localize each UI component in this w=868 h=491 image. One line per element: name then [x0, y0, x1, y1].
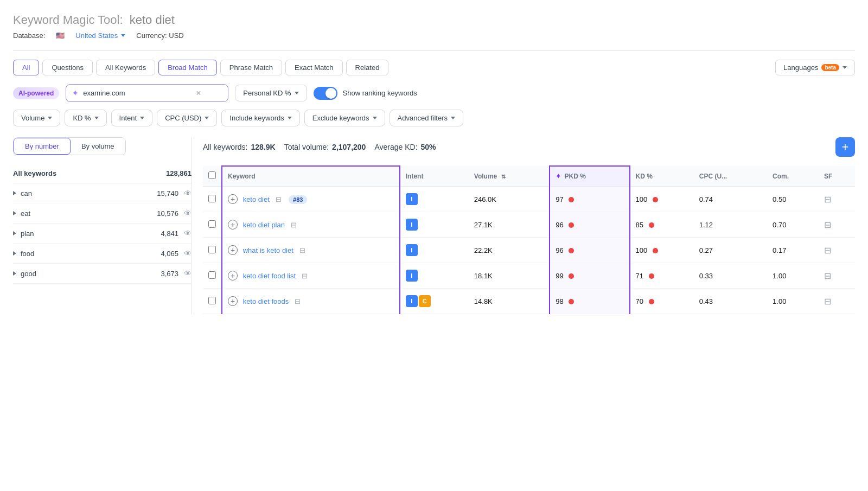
td-intent: I: [400, 212, 469, 238]
ai-search-input[interactable]: [83, 89, 192, 97]
sf-icon[interactable]: ⊟: [824, 297, 831, 306]
pkd-value: 98: [556, 297, 563, 305]
add-button[interactable]: +: [835, 137, 855, 157]
select-all-checkbox[interactable]: [208, 171, 216, 179]
keyword-link[interactable]: keto diet food list: [243, 272, 296, 280]
row-checkbox[interactable]: [208, 271, 216, 279]
personal-kd-dropdown[interactable]: Personal KD %: [235, 85, 307, 101]
intent-badge-i: I: [406, 219, 418, 231]
by-volume-tab[interactable]: By volume: [71, 138, 125, 155]
sf-icon[interactable]: ⊟: [824, 271, 831, 280]
sidebar-item[interactable]: can 15,740 👁: [13, 183, 192, 203]
sidebar-count: 4,065: [161, 250, 178, 258]
volume-filter[interactable]: Volume: [13, 110, 60, 126]
page-icon[interactable]: ⊟: [293, 296, 303, 306]
advanced-filters[interactable]: Advanced filters: [390, 110, 464, 126]
chevron-right-icon: [13, 211, 16, 215]
sidebar-count: 3,673: [161, 270, 178, 278]
td-volume: 18.1K: [469, 263, 550, 289]
chevron-down-icon: [373, 117, 377, 119]
add-keyword-icon[interactable]: +: [228, 220, 238, 229]
eye-icon[interactable]: 👁: [184, 229, 192, 238]
show-ranking-toggle-wrap: Show ranking keywords: [314, 87, 417, 100]
td-checkbox: [203, 289, 222, 314]
tab-all[interactable]: All: [13, 60, 39, 75]
sidebar-keyword: eat: [21, 209, 157, 218]
volume-value: 22.2K: [474, 246, 493, 254]
keyword-link[interactable]: keto diet: [243, 195, 270, 203]
sidebar-all-keywords-label: All keywords: [13, 169, 56, 177]
red-dot-icon: [649, 222, 654, 228]
td-cpc: 0.33: [694, 263, 767, 289]
td-sf: ⊟: [819, 238, 855, 263]
sparkle-icon: ✦: [556, 173, 561, 180]
personal-kd-label: Personal KD %: [243, 89, 291, 97]
row-checkbox[interactable]: [208, 297, 216, 304]
add-keyword-icon[interactable]: +: [228, 194, 238, 204]
eye-icon[interactable]: 👁: [184, 209, 192, 218]
tab-phrase-match[interactable]: Phrase Match: [220, 60, 282, 75]
beta-badge: beta: [821, 64, 839, 71]
td-pkd: 96: [550, 212, 629, 238]
cpc-filter[interactable]: CPC (USD): [157, 110, 217, 126]
th-volume[interactable]: Volume ⇅: [469, 166, 550, 187]
exclude-keywords-filter[interactable]: Exclude keywords: [304, 110, 385, 126]
tab-all-keywords[interactable]: All Keywords: [96, 60, 155, 75]
th-sf: SF: [819, 166, 855, 187]
tab-exact-match[interactable]: Exact Match: [285, 60, 343, 75]
keyword-link[interactable]: keto diet foods: [243, 297, 289, 305]
intent-filter[interactable]: Intent: [111, 110, 153, 126]
td-pkd: 99: [550, 263, 629, 289]
td-sf: ⊟: [819, 289, 855, 314]
all-keywords-value: 128.9K: [251, 143, 275, 151]
sidebar-item[interactable]: eat 10,576 👁: [13, 203, 192, 224]
chevron-right-icon: [13, 251, 16, 256]
sort-icon: ⇅: [501, 174, 506, 180]
by-number-tab[interactable]: By number: [14, 138, 71, 155]
sf-icon[interactable]: ⊟: [824, 220, 831, 229]
volume-label: Volume: [21, 114, 44, 122]
show-ranking-toggle[interactable]: [314, 87, 337, 100]
th-intent-label: Intent: [406, 173, 424, 180]
kd-value: 70: [636, 297, 643, 305]
database-link[interactable]: United States: [75, 31, 125, 40]
sf-icon[interactable]: ⊟: [824, 246, 831, 255]
sidebar-item[interactable]: plan 4,841 👁: [13, 224, 192, 244]
keyword-link[interactable]: what is keto diet: [243, 246, 293, 254]
eye-icon[interactable]: 👁: [184, 189, 192, 197]
page-icon[interactable]: ⊟: [289, 220, 299, 229]
page-icon[interactable]: ⊟: [297, 245, 307, 255]
page-icon[interactable]: ⊟: [273, 194, 283, 204]
sidebar-item[interactable]: good 3,673 👁: [13, 264, 192, 284]
td-checkbox: [203, 238, 222, 263]
td-sf: ⊟: [819, 263, 855, 289]
td-pkd: 98: [550, 289, 629, 314]
clear-icon[interactable]: ×: [196, 89, 201, 98]
add-keyword-icon[interactable]: +: [228, 245, 238, 255]
chevron-down-icon: [140, 117, 144, 119]
eye-icon[interactable]: 👁: [184, 269, 192, 278]
sf-icon[interactable]: ⊟: [824, 195, 831, 204]
chevron-down-icon: [295, 92, 299, 94]
page-icon[interactable]: ⊟: [300, 271, 310, 280]
sidebar-item[interactable]: food 4,065 👁: [13, 244, 192, 264]
row-checkbox[interactable]: [208, 220, 216, 228]
include-keywords-filter[interactable]: Include keywords: [221, 110, 299, 126]
eye-icon[interactable]: 👁: [184, 249, 192, 258]
row-checkbox[interactable]: [208, 195, 216, 202]
sidebar-all-keywords-count: 128,861: [166, 169, 192, 177]
tab-related[interactable]: Related: [346, 60, 389, 75]
languages-dropdown[interactable]: Languages beta: [775, 60, 855, 75]
tab-broad-match[interactable]: Broad Match: [158, 60, 217, 75]
add-keyword-icon[interactable]: +: [228, 296, 238, 306]
red-dot-icon: [569, 273, 574, 279]
keyword-link[interactable]: keto diet plan: [243, 221, 285, 229]
page-title: Keyword Magic Tool: keto diet: [13, 13, 855, 27]
intent-badge-i: I: [406, 270, 418, 282]
td-com: 0.70: [767, 212, 819, 238]
kd-value: 85: [636, 221, 643, 229]
kd-filter[interactable]: KD %: [65, 110, 106, 126]
row-checkbox[interactable]: [208, 246, 216, 253]
add-keyword-icon[interactable]: +: [228, 271, 238, 280]
tab-questions[interactable]: Questions: [42, 60, 93, 75]
